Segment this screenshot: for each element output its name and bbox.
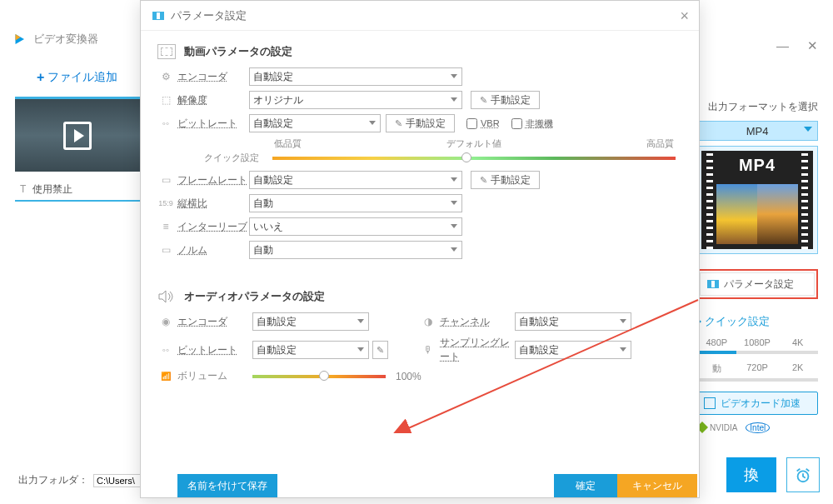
sliders-icon <box>707 280 719 288</box>
volume-slider-handle[interactable] <box>319 371 329 381</box>
preset-2k[interactable]: 2K <box>777 362 818 375</box>
param-settings-highlight: パラメータ設定 <box>696 269 818 299</box>
app-logo-icon <box>12 32 27 47</box>
add-file-button[interactable]: + ファイル追加 <box>37 70 117 85</box>
schedule-button[interactable] <box>786 457 820 492</box>
video-encoder-select[interactable]: 自動設定 <box>249 67 462 86</box>
framerate-manual-button[interactable]: ✎手動設定 <box>471 171 540 189</box>
clock-icon <box>794 466 812 484</box>
sampling-icon: 🎙 <box>420 344 436 356</box>
gpu-vendors: NVIDIA Intel <box>696 422 818 433</box>
quality-slider[interactable] <box>272 157 676 160</box>
preset-1080p[interactable]: 1080P <box>737 337 778 347</box>
text-icon: T <box>20 183 26 195</box>
aspect-label: 縦横比 <box>177 197 249 211</box>
dialog-close-button[interactable]: × <box>680 7 689 25</box>
preset-4k[interactable]: 4K <box>777 337 818 347</box>
resolution-bar-1[interactable] <box>696 351 818 354</box>
plus-icon: + <box>37 70 44 85</box>
audio-bitrate-label: ビットレート <box>177 343 252 357</box>
interleave-icon: ≡ <box>157 221 174 232</box>
preset-480p[interactable]: 480P <box>696 337 737 347</box>
video-icon <box>157 44 176 59</box>
framerate-label: フレームレート <box>177 173 249 187</box>
volume-value: 100% <box>396 371 421 382</box>
bitrate-label: ビットレート <box>177 117 249 131</box>
resolution-bar-2[interactable] <box>696 378 818 382</box>
volume-slider[interactable] <box>252 375 386 378</box>
param-settings-button[interactable]: パラメータ設定 <box>700 272 815 296</box>
output-folder-label: 出力フォルダ： <box>18 473 88 487</box>
channel-label: チャンネル <box>440 315 515 329</box>
video-section-header: 動画パラメータの設定 <box>157 44 682 59</box>
nvidia-logo-icon: NVIDIA <box>696 422 737 433</box>
norm-icon: ▭ <box>157 244 174 256</box>
norm-label: ノルム <box>177 243 249 257</box>
dialog-title: パラメータ設定 <box>141 1 699 31</box>
resolution-select[interactable]: オリジナル <box>249 91 462 109</box>
confirm-button[interactable]: 確定 <box>554 474 617 497</box>
audio-encoder-select[interactable]: 自動設定 <box>252 312 369 331</box>
resolution-manual-button[interactable]: ✎手動設定 <box>471 91 540 109</box>
gear-icon: ⚙ <box>157 71 174 82</box>
resolution-icon: ⬚ <box>157 94 174 106</box>
norm-select[interactable]: 自動 <box>249 241 462 259</box>
close-button[interactable]: ✕ <box>807 38 818 53</box>
audio-encoder-icon: ◉ <box>157 316 174 327</box>
resolution-presets-1: 480P 1080P 4K <box>696 337 818 347</box>
parameter-settings-dialog: パラメータ設定 × 動画パラメータの設定 ⚙ エンコーダ 自動設定 ⬚ 解像度 … <box>140 0 700 498</box>
encoder-label: エンコーダ <box>177 70 249 84</box>
thumbnail-status: T 使用禁止 <box>15 179 140 202</box>
audio-bitrate-manual-button[interactable]: ✎ <box>372 341 388 359</box>
minimize-button[interactable]: — <box>776 38 789 53</box>
bitrate-manual-button[interactable]: ✎手動設定 <box>386 114 455 132</box>
intel-logo-icon: Intel <box>746 422 770 433</box>
dialog-footer: 名前を付けて保存 確定 キャンセル <box>141 474 699 497</box>
quick-setting-label: クイック設定 <box>157 152 266 164</box>
channel-select[interactable]: 自動設定 <box>515 312 631 331</box>
pencil-icon: ✎ <box>395 118 402 129</box>
sampling-select[interactable]: 自動設定 <box>515 341 631 359</box>
interleave-label: インターリーブ <box>177 220 249 234</box>
format-tab[interactable]: MP4 <box>696 121 818 141</box>
quick-settings-toggle[interactable]: クイック設定 <box>696 314 818 329</box>
bitrate-icon: ◦◦ <box>157 117 174 129</box>
audio-bitrate-select[interactable]: 自動設定 <box>252 341 369 359</box>
resolution-presets-2: 動 720P 2K <box>696 362 818 375</box>
volume-icon: 📶 <box>157 372 174 381</box>
video-bitrate-select[interactable]: 自動設定 <box>249 114 381 132</box>
interleave-select[interactable]: いいえ <box>249 217 462 236</box>
vbr-checkbox[interactable]: VBR <box>466 118 500 129</box>
convert-button[interactable]: 換 <box>726 457 776 492</box>
preset-auto[interactable]: 動 <box>696 362 737 375</box>
play-icon <box>63 122 92 150</box>
aspect-icon: 15:9 <box>157 199 174 207</box>
chevron-down-icon <box>804 127 812 132</box>
app-title: ビデオ変換器 <box>12 32 98 47</box>
save-as-button[interactable]: 名前を付けて保存 <box>177 474 277 497</box>
quality-labels: 低品質 デフォルト値 高品質 <box>274 137 674 150</box>
gpu-icon <box>704 397 716 409</box>
framerate-select[interactable]: 自動設定 <box>249 171 462 189</box>
format-select-label: 出力フォーマットを選択 <box>696 100 818 114</box>
cancel-button[interactable]: キャンセル <box>617 474 697 497</box>
gpu-accel-button[interactable]: ビデオカード加速 <box>696 392 818 415</box>
audio-encoder-label: エンコーダ <box>177 315 252 329</box>
channel-icon: ◑ <box>420 316 436 327</box>
mp4-badge-icon: MP4 <box>739 156 776 175</box>
aspect-select[interactable]: 自動 <box>249 194 462 212</box>
sampling-label: サンプリングレート <box>440 336 515 364</box>
slider-handle[interactable] <box>461 152 471 162</box>
pencil-icon: ✎ <box>480 95 487 106</box>
window-controls: — ✕ <box>776 38 818 53</box>
audio-section-header: オーディオパラメータの設定 <box>157 289 682 304</box>
speaker-icon <box>157 289 176 304</box>
video-thumbnail[interactable] <box>15 97 140 172</box>
preset-720p[interactable]: 720P <box>737 362 778 375</box>
format-preview[interactable]: MP4 <box>696 146 818 254</box>
pencil-icon: ✎ <box>377 345 384 356</box>
pencil-icon: ✎ <box>480 175 487 186</box>
resolution-label: 解像度 <box>177 93 249 107</box>
hiden-checkbox[interactable]: 非搬機 <box>511 117 553 130</box>
volume-label: ボリューム <box>177 369 252 383</box>
